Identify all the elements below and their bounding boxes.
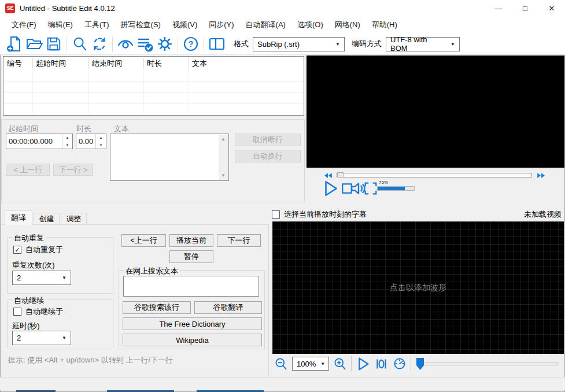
fullscreen-icon — [363, 181, 378, 196]
column-header-duration[interactable]: 时长 — [147, 58, 162, 69]
seek-back-button[interactable] — [324, 172, 333, 179]
google-translate-button[interactable]: 谷歌翻译 — [194, 301, 262, 314]
column-header-end-time[interactable]: 结束时间 — [92, 58, 122, 69]
waveform-position-slider[interactable] — [415, 357, 564, 371]
start-time-value[interactable] — [6, 134, 62, 149]
title-bar: SE Untitled - Subtitle Edit 4.0.12 — □ ✕ — [0, 0, 565, 16]
scroll-up-icon[interactable]: ▲ — [221, 136, 226, 142]
start-time-spinner[interactable]: ▲▼ — [62, 134, 72, 149]
toolbar-separator — [204, 36, 204, 52]
subtitle-text-area[interactable]: ▲ ▼ — [110, 134, 229, 181]
google-search-line-button[interactable]: 谷歌搜索该行 — [123, 301, 191, 314]
menu-item-auto-translate[interactable]: 自动翻译(A) — [240, 16, 291, 34]
duration-spinner[interactable]: ▲▼ — [95, 134, 106, 149]
duration-value[interactable] — [76, 134, 95, 149]
play-button[interactable] — [322, 180, 339, 197]
seek-forward-button[interactable] — [537, 172, 545, 179]
menu-item-help[interactable]: 帮助(H) — [366, 16, 403, 34]
menu-item-video[interactable]: 视频(V) — [167, 16, 203, 34]
menu-item-tools[interactable]: 工具(T) — [79, 16, 115, 34]
auto-repeat-checkbox-label: 自动重复于 — [25, 245, 63, 255]
find-button[interactable] — [70, 35, 90, 53]
waveform-display[interactable]: 点击以添加波形 — [272, 221, 564, 354]
unbreak-button[interactable]: 取消断行 — [235, 134, 301, 146]
help-button[interactable]: ? — [181, 35, 201, 53]
textarea-scrollbar[interactable]: ▲ ▼ — [219, 135, 228, 180]
tab-translate[interactable]: 翻译 — [5, 210, 32, 225]
visual-sync-button[interactable] — [116, 35, 135, 53]
layout-button[interactable] — [207, 35, 227, 53]
menu-item-options[interactable]: 选项(O) — [291, 16, 329, 34]
open-file-button[interactable] — [24, 35, 44, 53]
duration-input[interactable]: ▲▼ — [76, 134, 106, 149]
delay-select[interactable]: 2 ▼ — [12, 331, 71, 345]
minimize-button[interactable]: — — [485, 0, 512, 16]
tab-adjust[interactable]: 调整 — [61, 213, 87, 225]
auto-repeat-row[interactable]: ✓ 自动重复于 — [13, 245, 63, 255]
tab-create[interactable]: 创建 — [34, 213, 60, 225]
video-seek-bar[interactable] — [337, 173, 532, 177]
volume-fill — [378, 187, 405, 190]
seek-thumb[interactable] — [337, 172, 344, 177]
auto-continue-row[interactable]: 自动继续于 — [13, 306, 63, 317]
settings-button[interactable] — [155, 35, 175, 53]
spin-up-icon[interactable]: ▲ — [62, 134, 72, 142]
video-display[interactable] — [306, 56, 564, 168]
volume-slider[interactable] — [377, 186, 415, 191]
encoding-select[interactable]: UTF-8 with BOM ▼ — [386, 37, 460, 51]
fullscreen-button[interactable] — [363, 181, 378, 196]
translate-prev-line-button[interactable]: <上一行 — [121, 234, 166, 247]
auto-break-button[interactable]: 自动换行 — [235, 150, 301, 162]
spin-up-icon[interactable]: ▲ — [96, 134, 106, 142]
zoom-in-button[interactable] — [333, 357, 347, 371]
spin-down-icon[interactable]: ▼ — [96, 142, 106, 149]
save-button[interactable] — [44, 35, 64, 53]
web-search-input[interactable] — [123, 276, 259, 297]
zoom-out-button[interactable] — [274, 357, 288, 371]
translate-next-line-button[interactable]: 下一行 — [217, 234, 261, 247]
pause-button[interactable]: 暂停 — [169, 250, 213, 263]
wikipedia-button[interactable]: Wikipedia — [123, 334, 262, 346]
auto-continue-checkbox[interactable] — [13, 308, 21, 316]
format-select[interactable]: SubRip (.srt) ▼ — [253, 37, 345, 51]
repeat-count-label: 重复次数(次) — [12, 260, 55, 271]
auto-continue-checkbox-label: 自动继续于 — [25, 306, 63, 317]
free-dictionary-button[interactable]: The Free Dictionary — [123, 317, 262, 330]
replace-button[interactable] — [90, 35, 109, 53]
column-header-number[interactable]: 编号 — [7, 58, 22, 69]
previous-line-button[interactable]: < 上一行 — [6, 164, 50, 176]
chevron-down-icon: ▼ — [62, 335, 67, 341]
delay-label: 延时(秒) — [12, 321, 40, 331]
new-file-button[interactable] — [5, 35, 24, 53]
play-current-button[interactable]: 播放当前 — [169, 234, 213, 247]
menu-item-spellcheck[interactable]: 拼写检查(S) — [115, 16, 167, 34]
subtitle-list[interactable]: 编号 起始时间 结束时间 时长 文本 — [3, 56, 304, 116]
next-line-button[interactable]: 下一行 > — [53, 164, 93, 176]
maximize-button[interactable]: □ — [512, 0, 538, 16]
menu-item-file[interactable]: 文件(F) — [6, 16, 42, 34]
waveform-play-button[interactable] — [356, 357, 370, 371]
spell-check-button[interactable] — [135, 35, 155, 53]
close-button[interactable]: ✕ — [538, 0, 565, 16]
start-time-input[interactable]: ▲▼ — [6, 134, 73, 149]
slider-track[interactable] — [418, 363, 559, 365]
select-current-subtitle-checkbox[interactable] — [272, 210, 280, 219]
gear-icon — [156, 35, 173, 53]
spin-down-icon[interactable]: ▼ — [62, 142, 72, 149]
playback-speed-button[interactable] — [393, 357, 407, 371]
menu-item-edit[interactable]: 编辑(E) — [42, 16, 79, 34]
column-divider — [189, 58, 189, 69]
repeat-count-select[interactable]: 2 ▼ — [12, 271, 71, 285]
toolbar-separator — [351, 356, 352, 371]
play-from-start-button[interactable] — [374, 357, 389, 371]
column-header-start-time[interactable]: 起始时间 — [36, 58, 66, 69]
toolbar-separator — [112, 36, 113, 52]
slider-handle[interactable] — [416, 358, 424, 370]
column-header-text[interactable]: 文本 — [192, 58, 207, 69]
menu-item-sync[interactable]: 同步(Y) — [203, 16, 239, 34]
scroll-down-icon[interactable]: ▼ — [221, 173, 226, 178]
menu-item-network[interactable]: 网络(N) — [329, 16, 366, 34]
toolbar: ? 格式 SubRip (.srt) ▼ 编码方式 UTF-8 with BOM… — [0, 34, 565, 55]
waveform-zoom-select[interactable]: 100% ▼ — [292, 357, 329, 371]
auto-repeat-checkbox[interactable]: ✓ — [13, 246, 21, 254]
